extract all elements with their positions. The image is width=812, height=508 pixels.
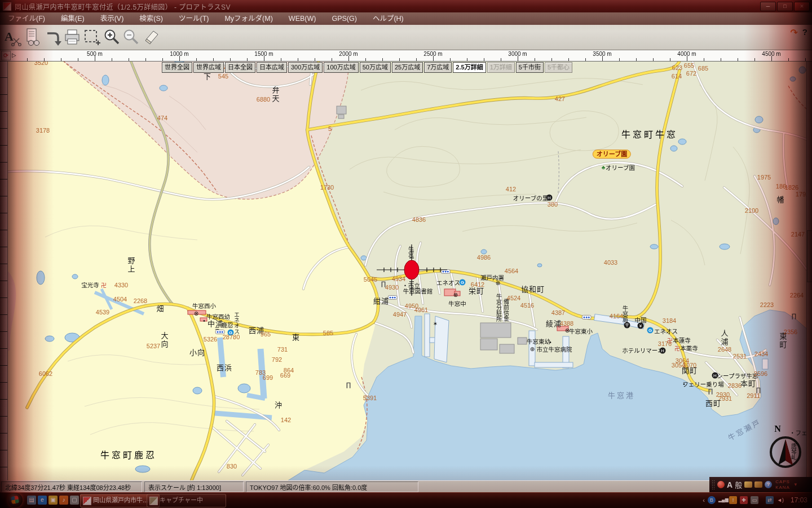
scale-button[interactable]: 日本全図 xyxy=(225,62,255,73)
volume-icon[interactable]: ◄) xyxy=(776,496,784,504)
ruler-label: 3000 m xyxy=(508,51,527,57)
status-datum: TOKYO97 地図の倍率:60.0% 回転角:0.0度 xyxy=(246,481,418,492)
ruler-tick xyxy=(484,58,484,61)
system-tray: ‹ B ▂▄▆ ! ✚ ▭ ⇄ ◄) 17:03 xyxy=(703,492,807,508)
ruler-label: 1000 m xyxy=(170,51,188,57)
taskbar-clock[interactable]: 17:03 xyxy=(791,496,807,504)
ruler-label: 3500 m xyxy=(593,51,611,57)
eraser-icon[interactable] xyxy=(142,28,160,47)
taskbar-button-1[interactable]: キャプチャー中 xyxy=(147,494,226,507)
menu-item-8[interactable]: ヘルプ(H) xyxy=(365,12,412,25)
internet-explorer-icon[interactable]: e xyxy=(38,496,47,505)
input-mode-button[interactable]: A xyxy=(727,480,732,489)
ruler-tick xyxy=(670,58,670,61)
menu-item-5[interactable]: Myフォルダ(M) xyxy=(217,12,280,25)
scale-button[interactable]: 世界全図 xyxy=(162,62,192,73)
context-jump-icon[interactable]: ↷ xyxy=(790,27,797,38)
menu-item-2[interactable]: 表示(V) xyxy=(92,12,132,25)
tray-chevron-icon[interactable]: ‹ xyxy=(703,497,705,503)
langbar-options-icon[interactable]: ▼ xyxy=(793,482,798,487)
scale-button[interactable]: 5千市街 xyxy=(516,62,544,73)
menu-item-6[interactable]: WEB(W) xyxy=(281,12,324,25)
close-button[interactable]: ✕ xyxy=(794,2,810,11)
menu-item-7[interactable]: GPS(G) xyxy=(324,12,364,25)
jump-arrow-icon[interactable] xyxy=(44,28,62,47)
update-icon[interactable]: ! xyxy=(729,496,737,504)
scale-button[interactable]: 世界広域 xyxy=(193,62,224,73)
svg-text:A: A xyxy=(5,29,14,43)
scale-button[interactable]: 300万広域 xyxy=(288,62,323,73)
language-bar[interactable]: A 般 ? CAPS KANA ▼ xyxy=(709,477,812,492)
app-icon xyxy=(3,2,11,11)
kana-indicator[interactable]: KANA xyxy=(775,485,790,491)
maximize-button[interactable]: □ xyxy=(777,2,793,11)
scale-button[interactable]: 7万広域 xyxy=(424,62,452,73)
scale-button[interactable]: 50万広域 xyxy=(360,62,391,73)
ruler-label: 2500 m xyxy=(423,51,442,57)
scale-button[interactable]: 日本広域 xyxy=(257,62,287,73)
document-search-icon[interactable] xyxy=(24,28,42,47)
ruler-tick xyxy=(416,58,417,61)
start-button[interactable] xyxy=(8,493,23,507)
ruler-tick xyxy=(636,58,637,61)
show-desktop-icon[interactable]: ▤ xyxy=(27,496,36,505)
ime-status-icon[interactable] xyxy=(717,481,725,488)
scale-button[interactable]: 100万広域 xyxy=(324,62,358,73)
ruler-tick xyxy=(44,58,45,61)
ruler-tick xyxy=(27,58,28,61)
zoom-out-icon[interactable] xyxy=(122,28,140,47)
ruler-tick xyxy=(129,58,129,61)
minimize-button[interactable]: ─ xyxy=(760,2,776,11)
menu-item-1[interactable]: 編集(E) xyxy=(53,12,92,25)
ruler-tick xyxy=(145,58,146,61)
bluetooth-icon[interactable]: B xyxy=(708,496,716,504)
langbar-grip[interactable] xyxy=(712,480,715,490)
ruler-tick xyxy=(332,58,332,61)
ruler-reset-icon[interactable]: ⟳ xyxy=(1,51,11,60)
ruler-tick xyxy=(112,58,112,61)
display-icon[interactable]: ▭ xyxy=(751,496,758,504)
ruler-tick xyxy=(162,58,163,61)
signal-icon[interactable]: ▂▄▆ xyxy=(718,496,726,504)
window-switcher-icon[interactable]: ▢ xyxy=(70,496,79,505)
menu-item-4[interactable]: ツール(T) xyxy=(171,12,217,25)
contour-lines-plain xyxy=(45,226,259,435)
vertical-ruler xyxy=(0,61,8,480)
ruler-tick xyxy=(653,58,654,61)
vertical-scrollbar[interactable] xyxy=(806,61,812,480)
ruler-label: 4000 m xyxy=(677,51,696,57)
ruler-tick xyxy=(551,58,552,61)
media-icon[interactable]: ♪ xyxy=(59,496,68,505)
ruler-tick xyxy=(754,58,755,61)
ime-pad-icon[interactable] xyxy=(744,481,752,488)
network-icon[interactable]: ⇄ xyxy=(766,496,774,504)
ruler-tick xyxy=(619,58,620,61)
conversion-mode-button[interactable]: 般 xyxy=(735,479,742,490)
menu-item-3[interactable]: 検索(S) xyxy=(131,12,171,25)
ruler-tick xyxy=(568,58,569,61)
ruler-tick xyxy=(535,58,535,61)
ruler-label: 2000 m xyxy=(339,51,358,57)
toolbar: A 世界全図世界広域日本全図日本広域300万広域100万広域50万広域25万広域… xyxy=(0,25,812,50)
ruler-tick xyxy=(399,58,400,61)
langbar-help-icon[interactable]: ? xyxy=(765,481,772,488)
menu-item-0[interactable]: ファイル(F) xyxy=(0,12,53,25)
frame-add-icon[interactable] xyxy=(82,28,100,47)
help-icon[interactable]: ? xyxy=(802,27,807,38)
ruler-tick xyxy=(78,58,78,61)
ruler-tick xyxy=(450,58,451,61)
ruler-origin-icon[interactable]: ▷ xyxy=(12,52,16,58)
dictionary-icon[interactable] xyxy=(754,481,762,488)
caps-indicator[interactable]: CAPS xyxy=(775,479,790,485)
ruler-tick xyxy=(61,58,61,61)
map-viewport[interactable]: 3520548545下6880弁天47431785427623655685672… xyxy=(0,61,812,480)
scale-button[interactable]: 2.5万詳細 xyxy=(453,62,486,73)
window-titlebar[interactable]: 岡山県瀬戸内市牛窓町牛窓付近（1/2.5万詳細図） - プロアトラスSV ─ □… xyxy=(0,0,812,12)
font-search-icon[interactable]: A xyxy=(3,28,21,47)
scale-button[interactable]: 25万広域 xyxy=(392,62,423,73)
security-icon[interactable]: ✚ xyxy=(740,496,748,504)
ruler-tick xyxy=(501,58,501,61)
folders-icon[interactable]: ▣ xyxy=(48,496,58,505)
zoom-in-icon[interactable] xyxy=(103,28,121,47)
print-icon[interactable] xyxy=(63,28,81,47)
